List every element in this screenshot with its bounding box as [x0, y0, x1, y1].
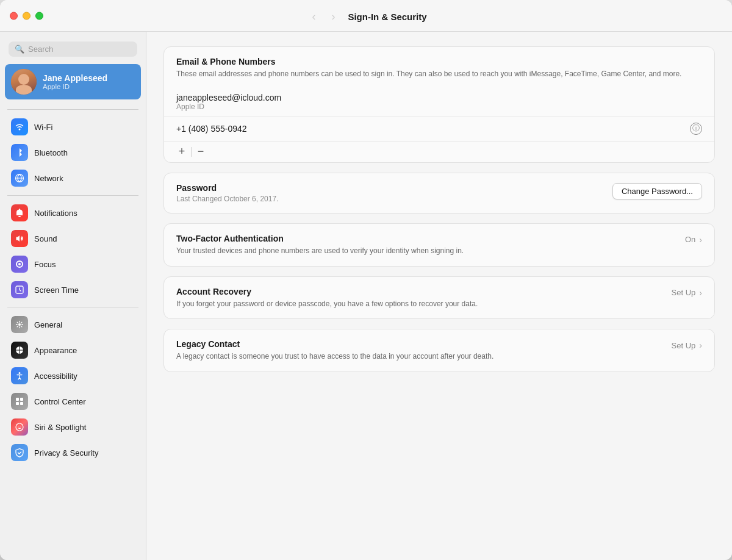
two-factor-right: On ›	[685, 235, 702, 245]
sidebar-label-controlcenter: Control Center	[34, 397, 86, 406]
sidebar-item-notifications[interactable]: Notifications	[5, 201, 141, 225]
two-factor-title: Two-Factor Authentication	[176, 234, 678, 243]
main-content: Email & Phone Numbers These email addres…	[146, 32, 732, 560]
svg-point-4	[19, 372, 21, 374]
titlebar-nav: ‹ › Sign-In & Security	[305, 9, 426, 26]
close-button[interactable]	[10, 12, 18, 20]
sidebar-item-general[interactable]: General	[5, 312, 141, 337]
svg-point-9	[16, 423, 23, 431]
sidebar-label-screentime: Screen Time	[34, 285, 79, 295]
account-recovery-row[interactable]: Account Recovery If you forget your pass…	[164, 277, 714, 319]
sound-icon	[11, 230, 28, 247]
legacy-contact-status: Set Up	[672, 341, 696, 350]
page-title: Sign-In & Security	[348, 12, 426, 22]
email-phone-header: Email & Phone Numbers These email addres…	[164, 47, 714, 87]
notifications-icon	[11, 204, 28, 221]
svg-rect-8	[20, 402, 23, 405]
network-icon	[11, 170, 28, 187]
sidebar-label-siri: Siri & Spotlight	[34, 423, 86, 432]
change-password-button[interactable]: Change Password...	[612, 183, 702, 199]
password-card: Password Last Changed October 6, 2017. C…	[163, 173, 715, 214]
search-icon: 🔍	[15, 45, 24, 54]
account-recovery-card: Account Recovery If you forget your pass…	[163, 276, 715, 320]
user-subtitle: Apple ID	[43, 83, 107, 90]
sidebar-label-focus: Focus	[34, 260, 56, 269]
email-sublabel: Apple ID	[176, 102, 702, 111]
accessibility-icon	[11, 367, 28, 384]
avatar	[11, 69, 37, 95]
sidebar-item-privacy[interactable]: Privacy & Security	[5, 440, 141, 465]
sidebar-item-focus[interactable]: Focus	[5, 252, 141, 276]
titlebar: ‹ › Sign-In & Security	[0, 0, 732, 32]
svg-rect-7	[16, 402, 19, 405]
search-placeholder: Search	[28, 45, 53, 54]
sidebar: 🔍 Search Jane Appleseed Apple ID	[0, 32, 146, 560]
sidebar-divider-1	[7, 195, 138, 196]
sidebar-item-controlcenter[interactable]: Control Center	[5, 389, 141, 414]
sidebar-item-accessibility[interactable]: Accessibility	[5, 364, 141, 388]
email-value: janeappleseed@icloud.com	[176, 93, 702, 102]
account-recovery-info: Account Recovery If you forget your pass…	[176, 287, 664, 309]
sidebar-divider-2	[7, 307, 138, 307]
email-phone-desc: These email addresses and phone numbers …	[176, 69, 702, 79]
sidebar-label-wifi: Wi-Fi	[34, 123, 52, 132]
general-icon	[11, 316, 28, 333]
sidebar-item-wifi[interactable]: Wi-Fi	[5, 115, 141, 139]
phone-value: +1 (408) 555-0942	[176, 124, 247, 134]
phone-row: +1 (408) 555-0942 ⓘ	[164, 116, 714, 141]
legacy-contact-right: Set Up ›	[672, 340, 702, 350]
svg-rect-5	[16, 398, 19, 401]
add-remove-row: + −	[164, 141, 714, 162]
two-factor-card: Two-Factor Authentication Your trusted d…	[163, 223, 715, 267]
phone-info-button[interactable]: ⓘ	[690, 123, 702, 135]
content-area: 🔍 Search Jane Appleseed Apple ID	[0, 32, 732, 560]
user-info: Jane Appleseed Apple ID	[43, 73, 107, 90]
sidebar-label-appearance: Appearance	[34, 346, 77, 355]
sidebar-item-appearance[interactable]: Appearance	[5, 338, 141, 362]
main-window: ‹ › Sign-In & Security 🔍 Search	[0, 0, 732, 560]
avatar-face	[18, 74, 29, 85]
sidebar-label-general: General	[34, 320, 62, 329]
sidebar-item-sound[interactable]: Sound	[5, 226, 141, 251]
user-name: Jane Appleseed	[43, 73, 107, 83]
add-button[interactable]: +	[174, 145, 190, 159]
screentime-icon	[11, 281, 28, 298]
add-remove-separator	[191, 147, 192, 157]
back-arrow-icon: ‹	[312, 10, 315, 23]
sidebar-item-screentime[interactable]: Screen Time	[5, 278, 141, 302]
legacy-contact-row[interactable]: Legacy Contact A legacy contact is someo…	[164, 329, 714, 372]
sidebar-item-bluetooth[interactable]: Bluetooth	[5, 140, 141, 165]
forward-button[interactable]: ›	[325, 9, 342, 26]
forward-arrow-icon: ›	[331, 10, 335, 23]
avatar-body	[16, 85, 32, 95]
back-button[interactable]: ‹	[305, 9, 322, 26]
legacy-contact-info: Legacy Contact A legacy contact is someo…	[176, 339, 664, 362]
siri-icon	[11, 418, 28, 436]
svg-rect-6	[20, 398, 23, 401]
account-recovery-status: Set Up	[672, 288, 696, 297]
email-entry: janeappleseed@icloud.com Apple ID	[164, 87, 714, 113]
two-factor-row[interactable]: Two-Factor Authentication Your trusted d…	[164, 224, 714, 266]
sidebar-label-sound: Sound	[34, 234, 57, 243]
password-title: Password	[176, 183, 278, 193]
remove-button[interactable]: −	[193, 145, 209, 159]
sidebar-item-network[interactable]: Network	[5, 166, 141, 190]
sidebar-label-privacy: Privacy & Security	[34, 448, 98, 458]
wifi-icon	[11, 118, 28, 135]
bluetooth-icon	[11, 144, 28, 161]
sidebar-label-notifications: Notifications	[34, 209, 77, 218]
avatar-image	[11, 69, 37, 95]
account-recovery-desc: If you forget your password or device pa…	[176, 299, 664, 309]
minimize-button[interactable]	[23, 12, 30, 20]
legacy-contact-card: Legacy Contact A legacy contact is someo…	[163, 329, 715, 372]
traffic-lights	[10, 12, 43, 20]
focus-icon	[11, 256, 28, 273]
sidebar-label-accessibility: Accessibility	[34, 372, 77, 381]
password-info: Password Last Changed October 6, 2017.	[176, 183, 278, 203]
maximize-button[interactable]	[35, 12, 43, 20]
search-box[interactable]: 🔍 Search	[9, 41, 137, 57]
two-factor-chevron-icon: ›	[699, 235, 702, 245]
user-item[interactable]: Jane Appleseed Apple ID	[5, 64, 141, 99]
sidebar-item-siri[interactable]: Siri & Spotlight	[5, 415, 141, 439]
two-factor-status: On	[685, 235, 695, 244]
